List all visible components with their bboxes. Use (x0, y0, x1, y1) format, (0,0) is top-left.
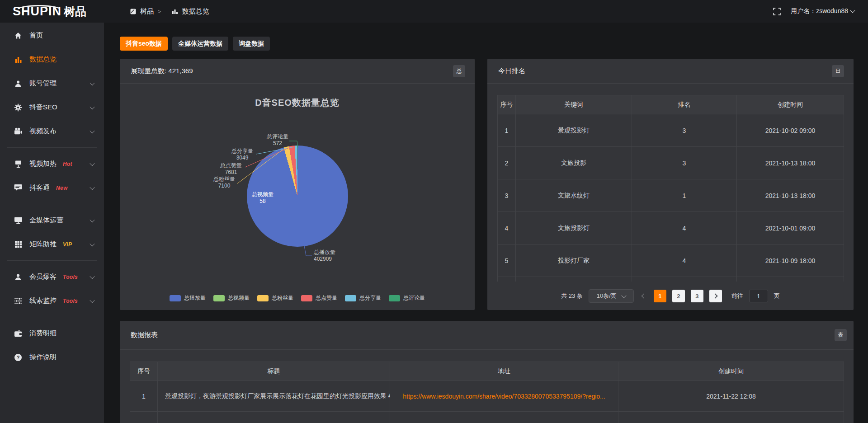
col-title: 标题 (158, 362, 390, 381)
pie-label-fans: 总粉丝量7100 (213, 176, 235, 189)
bar-chart-icon (172, 9, 178, 14)
table-view-button[interactable]: 表 (835, 329, 847, 341)
legend-item[interactable]: 总评论量 (389, 294, 425, 302)
chart-legend: 总播放量 总视频量 总粉丝量 总点赞量 总分享量 总评论量 (120, 294, 475, 302)
sidebar-item-matrix-boost[interactable]: 矩阵助推 VIP (0, 232, 104, 256)
table-header-row: 序号 标题 地址 创建时间 (130, 362, 844, 381)
next-page-button[interactable] (709, 290, 722, 302)
app-logo: SHUPIN 树品 (0, 4, 104, 19)
page-button-2[interactable]: 2 (672, 290, 685, 302)
report-card-header: 数据报表 表 (120, 321, 854, 350)
sidebar-item-member-burst[interactable]: 会员爆客 Tools (0, 265, 104, 289)
chevron-down-icon (90, 80, 94, 85)
legend-swatch (389, 295, 400, 301)
vip-badge: VIP (63, 241, 72, 248)
sidebar-item-spending-detail[interactable]: 消费明细 (0, 321, 104, 345)
legend-item[interactable]: 总粉丝量 (257, 294, 293, 302)
top-bar: SHUPIN 树品 树品 > 数据总览 用户名：zswodun88 (0, 0, 868, 23)
ranking-card-title: 今日排名 (498, 67, 525, 75)
col-created: 创建时间 (618, 362, 844, 381)
app-square-icon (130, 9, 136, 14)
svg-text:?: ? (17, 355, 20, 360)
table-row: 5投影灯厂家42021-10-09 18:00 (498, 244, 844, 277)
table-row: 4文旅投影灯42021-10-01 09:00 (498, 212, 844, 244)
breadcrumb-root[interactable]: 树品 (140, 7, 154, 16)
sidebar-item-video-publish[interactable]: 视频发布 (0, 119, 104, 143)
sidebar-item-clue-monitor[interactable]: 线索监控 Tools (0, 289, 104, 313)
pie-label-likes: 总点赞量7681 (220, 162, 242, 176)
pie-label-videos: 总视频量58 (252, 191, 274, 205)
chevron-down-icon (90, 184, 94, 189)
sidebar-item-home[interactable]: 首页 (0, 24, 104, 47)
chevron-down-icon (90, 217, 94, 222)
sliders-icon (14, 296, 23, 306)
day-view-button[interactable]: 日 (832, 65, 844, 77)
pie-label-shares: 总分享量3049 (231, 148, 253, 161)
sidebar-item-account[interactable]: 账号管理 (0, 71, 104, 95)
chevron-right-icon (712, 293, 717, 298)
sidebar-item-label: 抖客通 (29, 183, 50, 192)
seo-overview-card: 展现量总数: 421,369 总 D音SEO数据量总览 总评论量572 总分享量… (120, 59, 475, 310)
sidebar-item-label: 数据总览 (29, 55, 57, 64)
table-header-row: 序号 关键词 排名 创建时间 (498, 95, 844, 114)
sidebar-divider (7, 147, 97, 148)
report-table: 序号 标题 地址 创建时间 1 景观投影灯，夜游景观投影灯厂家展示展示落花灯在花… (130, 362, 844, 423)
chevron-left-icon (641, 293, 646, 298)
video-camera-icon (14, 127, 23, 136)
member-icon (14, 273, 23, 282)
legend-item[interactable]: 总视频量 (213, 294, 250, 302)
sidebar-item-doketong[interactable]: 抖客通 New (0, 176, 104, 200)
goto-suffix: 页 (774, 292, 780, 300)
tab-douyin-seo-data[interactable]: 抖音seo数据 (120, 37, 168, 51)
sidebar-divider (7, 317, 97, 317)
sidebar: 首页 数据总览 账号管理 抖音SEO 视频发布 视频加热 Hot 抖客通 New… (0, 23, 104, 423)
tab-omnimedia-data[interactable]: 全媒体运营数据 (172, 37, 228, 51)
sidebar-item-douyin-seo[interactable]: 抖音SEO (0, 95, 104, 119)
logo-text-cn: 树品 (64, 4, 86, 19)
report-card-title: 数据报表 (131, 331, 158, 339)
table-row: 3文旅水纹灯12021-10-13 18:00 (498, 179, 844, 212)
sidebar-item-instructions[interactable]: ? 操作说明 (0, 345, 104, 369)
data-tabs: 抖音seo数据 全媒体运营数据 询盘数据 (120, 37, 270, 51)
legend-item[interactable]: 总播放量 (170, 294, 206, 302)
video-link[interactable]: https://www.iesdouyin.com/share/video/70… (390, 381, 618, 412)
sidebar-item-label: 账号管理 (29, 79, 57, 88)
col-index: 序号 (130, 362, 158, 381)
sidebar-item-omnimedia[interactable]: 全媒体运营 (0, 208, 104, 232)
page-size-select[interactable]: 10条/页 (589, 289, 634, 303)
page-button-1[interactable]: 1 (654, 290, 666, 302)
chart-title: D音SEO数据量总览 (120, 97, 475, 109)
sidebar-divider (7, 260, 97, 261)
sidebar-item-label: 首页 (29, 31, 43, 40)
goto-page-input[interactable] (749, 290, 768, 302)
table-row: 1景观投影灯32021-10-02 09:00 (498, 114, 844, 147)
page-button-3[interactable]: 3 (691, 290, 703, 302)
user-icon (14, 79, 23, 88)
legend-item[interactable]: 总分享量 (345, 294, 381, 302)
sidebar-item-label: 抖音SEO (29, 103, 57, 112)
username-label: 用户名：zswodun88 (791, 7, 848, 15)
col-index: 序号 (498, 95, 516, 114)
bar-chart-icon (14, 55, 23, 64)
pie-chart-area: D音SEO数据量总览 总评论量572 总分享量3049 总点赞量7681 总粉丝… (120, 59, 475, 310)
sidebar-item-label: 视频发布 (29, 127, 57, 136)
billboard-icon (14, 160, 23, 169)
fullscreen-icon[interactable] (773, 8, 781, 15)
chevron-down-icon (90, 128, 94, 133)
sidebar-item-video-heat[interactable]: 视频加热 Hot (0, 152, 104, 176)
monitor-icon (14, 216, 23, 225)
wallet-icon (14, 329, 23, 338)
tab-inquiry-data[interactable]: 询盘数据 (233, 37, 270, 51)
prev-page-button[interactable] (640, 294, 648, 298)
chevron-down-icon (90, 104, 94, 109)
data-report-card: 数据报表 表 序号 标题 地址 创建时间 1 景观投影灯，夜游景观投影灯厂家展示… (120, 321, 854, 423)
sidebar-item-data-overview[interactable]: 数据总览 (0, 47, 104, 71)
chat-bubble-icon (14, 183, 23, 193)
legend-item[interactable]: 总点赞量 (301, 294, 337, 302)
legend-swatch (345, 295, 356, 301)
table-row: 1 景观投影灯，夜游景观投影灯厂家展示展示落花灯在花园里的灯光投影应用效果 # … (130, 381, 844, 412)
home-icon (14, 31, 23, 40)
legend-swatch (301, 295, 312, 301)
sidebar-divider (7, 204, 97, 204)
user-menu[interactable]: 用户名：zswodun88 (791, 7, 854, 15)
